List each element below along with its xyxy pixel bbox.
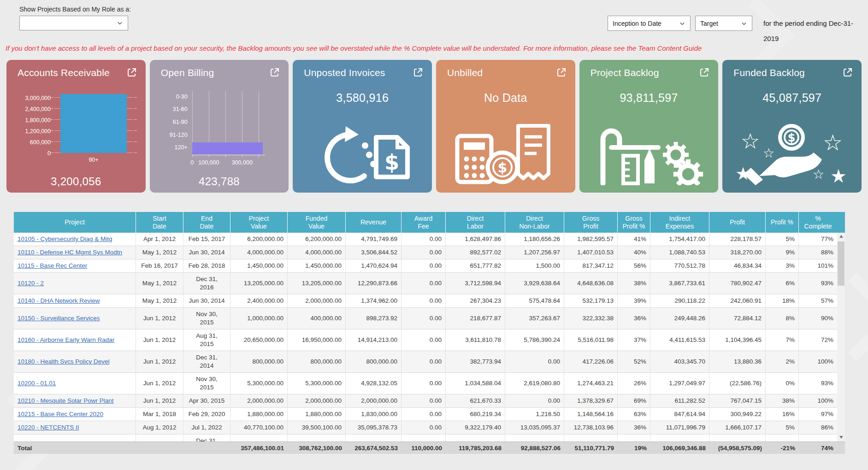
project-link[interactable]: 10150 - Surveillance Services bbox=[18, 314, 100, 323]
table-cell: 97% bbox=[799, 408, 837, 421]
svg-text:☆: ☆ bbox=[763, 146, 774, 161]
project-link[interactable]: 10215 - Base Rec Center 2020 bbox=[18, 410, 103, 418]
y-axis-tick-label: 1,200,000 bbox=[12, 128, 51, 135]
table-cell: 3,712,598.94 bbox=[446, 273, 505, 294]
axis-tick bbox=[134, 130, 137, 131]
project-link[interactable]: 10115 - Base Rec Center bbox=[18, 262, 87, 270]
total-cell: 106,069,346.88 bbox=[650, 442, 709, 454]
table-cell: 0.00 bbox=[402, 351, 446, 372]
svg-text:☆: ☆ bbox=[823, 129, 843, 155]
table-cell: 0.00 bbox=[402, 233, 446, 246]
column-header[interactable]: Funded Value bbox=[288, 212, 346, 233]
table-cell: 770,512.78 bbox=[650, 259, 709, 272]
scroll-up-icon[interactable] bbox=[837, 233, 845, 241]
external-link-icon[interactable] bbox=[126, 67, 137, 78]
table-cell: 2,000,000.00 bbox=[288, 394, 346, 407]
table-cell: Jun 1, 2012 bbox=[136, 308, 183, 329]
svg-text:$: $ bbox=[497, 159, 507, 176]
total-cell: 51,110,771.79 bbox=[564, 442, 618, 454]
table-cell: 767,047.15 bbox=[709, 394, 766, 407]
table-cell: 5,300,000.00 bbox=[230, 373, 288, 394]
column-header[interactable]: Project Value bbox=[230, 212, 288, 233]
table-cell: 621,670.33 bbox=[446, 394, 505, 407]
column-header[interactable]: Profit bbox=[709, 212, 766, 233]
project-link[interactable]: 10180 - Health Svcs Policy Devel bbox=[18, 358, 110, 366]
scroll-down-icon[interactable] bbox=[837, 434, 845, 441]
axis-tick bbox=[50, 97, 53, 98]
axis-tick bbox=[134, 153, 137, 153]
y-axis-tick-label: 2,400,000 bbox=[12, 106, 51, 112]
table-scrollbar[interactable] bbox=[837, 233, 845, 441]
project-link[interactable]: 10200 - 01.01 bbox=[18, 379, 56, 388]
column-header[interactable]: Gross Profit % bbox=[618, 212, 650, 233]
total-label: Total bbox=[14, 442, 136, 454]
table-cell: May 1, 2012 bbox=[136, 273, 183, 294]
table-cell: Mar 1, 2018 bbox=[136, 408, 183, 421]
card-title: Unposted Invoices bbox=[304, 67, 385, 78]
axis-tick bbox=[134, 97, 137, 98]
table-cell: 36% bbox=[799, 435, 837, 441]
column-header[interactable]: % Complete bbox=[799, 212, 837, 233]
column-header[interactable]: Revenue bbox=[346, 212, 402, 233]
table-row: 10120 - 2May 1, 2012Dec 31, 201613,205,0… bbox=[14, 273, 837, 294]
table-cell: May 1, 2012 bbox=[136, 294, 183, 307]
x-axis-tick-label: 100,000 bbox=[198, 159, 219, 166]
table-cell: 800,000.00 bbox=[288, 351, 346, 372]
column-header[interactable]: Direct Labor bbox=[446, 212, 505, 233]
project-link[interactable]: 10220 - NETCENTS II bbox=[18, 423, 79, 432]
column-header[interactable]: Profit % bbox=[766, 212, 799, 233]
table-cell: 575,478.64 bbox=[505, 294, 564, 307]
table-cell: 4,791,749.69 bbox=[346, 233, 402, 246]
table-cell: 300,949.22 bbox=[709, 408, 766, 421]
project-cell: 10200 - 01.01 bbox=[14, 373, 136, 394]
column-header[interactable]: End Date bbox=[183, 212, 230, 233]
table-cell: 267,304.23 bbox=[446, 294, 505, 307]
scrollbar-thumb[interactable] bbox=[838, 241, 844, 286]
column-header[interactable]: Indirect Expenses bbox=[650, 212, 709, 233]
table-cell: 1,378,329.67 bbox=[564, 394, 618, 407]
column-header[interactable]: Gross Profit bbox=[564, 212, 618, 233]
table-cell: 1,000,000.00 bbox=[230, 308, 288, 329]
table-cell: 2,000,000.00 bbox=[288, 294, 346, 307]
external-link-icon[interactable] bbox=[556, 67, 567, 78]
column-header[interactable]: Award Fee bbox=[402, 212, 446, 233]
project-link[interactable]: 10110 - Defense HC Mgmt Sys Modtn bbox=[18, 248, 122, 257]
table-cell: 35,095,378.73 bbox=[346, 421, 402, 434]
column-header[interactable]: Project bbox=[14, 212, 136, 233]
project-link[interactable]: 10105 - Cybersecurity Diag & Mitg bbox=[18, 235, 112, 243]
column-header[interactable]: Direct Non-Labor bbox=[505, 212, 564, 233]
table-cell: 11,071,996.79 bbox=[650, 421, 709, 434]
target-select[interactable]: Target bbox=[695, 16, 752, 31]
table-cell: 382,773.94 bbox=[446, 351, 505, 372]
project-link[interactable]: 10160 - Airborne Early Warn Radar bbox=[18, 336, 114, 344]
security-warning-text: If you don't have access to all levels o… bbox=[6, 44, 702, 52]
axis-tick bbox=[50, 108, 53, 109]
column-header[interactable]: Start Date bbox=[136, 212, 183, 233]
table-row: 10105 - Cybersecurity Diag & MitgApr 1, … bbox=[14, 233, 837, 246]
role-select[interactable] bbox=[19, 16, 128, 30]
table-cell: 1,666,107.17 bbox=[709, 421, 766, 434]
axis-tick bbox=[134, 119, 137, 120]
period-type-select[interactable]: Inception to Date bbox=[608, 16, 691, 31]
project-link[interactable]: 10120 - 2 bbox=[18, 279, 44, 288]
role-filter-label: Show Projects Based on My Role as a: bbox=[19, 6, 131, 13]
project-link[interactable]: 10140 - DHA Network Review bbox=[18, 297, 100, 305]
table-cell: Dec 31, 2014 bbox=[183, 351, 230, 372]
table-cell: Aug 1, 2012 bbox=[136, 421, 183, 434]
table-row: 10180 - Health Svcs Policy DevelJun 1, 2… bbox=[14, 351, 837, 373]
table-cell: 13,205,000.00 bbox=[288, 273, 346, 294]
external-link-icon[interactable] bbox=[699, 67, 710, 78]
external-link-icon[interactable] bbox=[842, 67, 853, 78]
table-cell: 228,178.57 bbox=[709, 233, 766, 246]
table-cell: 0.00 bbox=[402, 421, 446, 434]
table-cell: 318,270.00 bbox=[709, 246, 766, 259]
external-link-icon[interactable] bbox=[413, 67, 424, 78]
table-cell: 4,411,615.53 bbox=[650, 329, 709, 351]
category-label: 61-90 bbox=[155, 119, 188, 125]
table-cell: 1,982,595.57 bbox=[564, 233, 618, 246]
external-link-icon[interactable] bbox=[269, 67, 280, 78]
project-link[interactable]: 10210 - Mesquite Solar Powr Plant bbox=[18, 397, 114, 405]
x-axis-line bbox=[192, 155, 265, 155]
table-cell: 780,902.47 bbox=[709, 273, 766, 294]
table-cell: 13,035,095.37 bbox=[505, 421, 564, 434]
